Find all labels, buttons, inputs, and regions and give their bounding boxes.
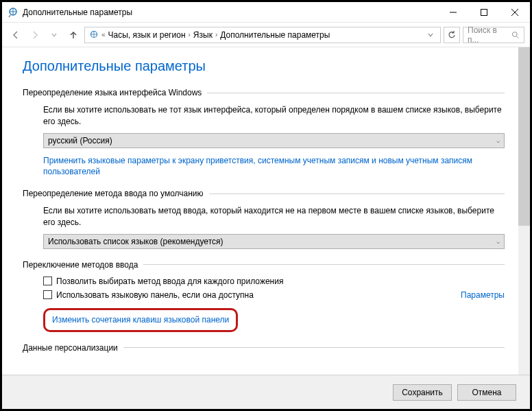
section-input-method: Переопределение метода ввода по умолчани… bbox=[23, 189, 505, 249]
divider bbox=[207, 93, 505, 93]
chevron-down-icon: ⌵ bbox=[496, 238, 500, 245]
checkbox-language-bar[interactable]: Использовать языковую панель, если она д… bbox=[43, 290, 254, 300]
window-title: Дополнительные параметры bbox=[23, 8, 437, 17]
divider bbox=[123, 347, 505, 348]
parameters-link[interactable]: Параметры bbox=[461, 290, 505, 300]
change-hotkeys-link[interactable]: Изменить сочетания клавиш языковой панел… bbox=[52, 314, 229, 326]
section-title: Переопределение метода ввода по умолчани… bbox=[23, 189, 204, 198]
chevron-right-icon: › bbox=[189, 31, 191, 38]
page-title: Дополнительные параметры bbox=[23, 58, 505, 74]
checkbox-icon bbox=[43, 277, 52, 285]
scrollbar[interactable] bbox=[518, 47, 530, 375]
input-method-dropdown[interactable]: Использовать список языков (рекомендуетс… bbox=[43, 234, 505, 249]
section-input-switching: Переключение методов ввода Позволить выб… bbox=[23, 260, 505, 332]
svg-point-6 bbox=[513, 32, 518, 36]
highlighted-area: Изменить сочетания клавиш языковой панел… bbox=[43, 308, 238, 332]
scrollbar-thumb[interactable] bbox=[518, 47, 530, 226]
svg-line-7 bbox=[517, 36, 519, 38]
footer: Сохранить Отмена bbox=[2, 375, 530, 409]
close-button[interactable] bbox=[499, 2, 530, 22]
section-ui-language: Переопределение языка интерфейса Windows… bbox=[23, 88, 505, 178]
section-text: Если вы хотите использовать метод ввода,… bbox=[43, 205, 505, 228]
back-button[interactable] bbox=[8, 27, 24, 43]
search-input[interactable]: Поиск в п... bbox=[463, 27, 524, 43]
cancel-button[interactable]: Отмена bbox=[457, 384, 516, 401]
minimize-button[interactable] bbox=[437, 2, 468, 22]
breadcrumb-item[interactable]: Часы, язык и регион bbox=[108, 30, 186, 40]
search-placeholder: Поиск в п... bbox=[468, 25, 509, 45]
divider bbox=[143, 264, 505, 265]
chevron-right-icon: › bbox=[215, 31, 217, 38]
control-panel-icon bbox=[89, 30, 99, 40]
breadcrumb[interactable]: « Часы, язык и регион › Язык › Дополните… bbox=[84, 27, 441, 43]
breadcrumb-item[interactable]: Дополнительные параметры bbox=[220, 30, 330, 40]
section-title: Переключение методов ввода bbox=[23, 260, 138, 270]
checkbox-per-app[interactable]: Позволить выбирать метод ввода для каждо… bbox=[43, 277, 505, 286]
recent-dropdown[interactable] bbox=[46, 27, 62, 43]
refresh-button[interactable] bbox=[444, 27, 460, 43]
breadcrumb-dropdown[interactable] bbox=[425, 32, 436, 38]
app-icon bbox=[8, 7, 19, 18]
section-personalization: Данные персонализации bbox=[23, 343, 505, 353]
section-text: Если вы хотите использовать не тот язык … bbox=[43, 104, 505, 128]
language-dropdown[interactable]: русский (Россия) ⌵ bbox=[43, 133, 505, 148]
maximize-button[interactable] bbox=[468, 2, 499, 22]
navbar: « Часы, язык и регион › Язык › Дополните… bbox=[2, 23, 530, 47]
svg-rect-2 bbox=[481, 9, 487, 15]
forward-button[interactable] bbox=[27, 27, 43, 43]
content: Дополнительные параметры Переопределение… bbox=[2, 47, 518, 375]
dropdown-value: Использовать список языков (рекомендуетс… bbox=[48, 237, 223, 246]
chevron-left-icon: « bbox=[101, 31, 106, 38]
divider bbox=[209, 193, 505, 194]
chevron-down-icon: ⌵ bbox=[496, 137, 500, 144]
dropdown-value: русский (Россия) bbox=[48, 136, 112, 145]
checkbox-label: Позволить выбирать метод ввода для каждо… bbox=[56, 277, 283, 286]
up-button[interactable] bbox=[65, 27, 82, 43]
apply-settings-link[interactable]: Применить языковые параметры к экрану пр… bbox=[43, 155, 505, 178]
section-title: Данные персонализации bbox=[23, 343, 118, 353]
control-panel-window: Дополнительные параметры « Часы, язык и … bbox=[0, 0, 532, 411]
breadcrumb-item[interactable]: Язык bbox=[193, 30, 213, 40]
titlebar: Дополнительные параметры bbox=[2, 2, 530, 23]
checkbox-label: Использовать языковую панель, если она д… bbox=[56, 290, 254, 300]
window-controls bbox=[437, 2, 530, 22]
save-button[interactable]: Сохранить bbox=[393, 384, 452, 401]
search-icon bbox=[511, 31, 520, 39]
checkbox-icon bbox=[43, 290, 52, 299]
section-title: Переопределение языка интерфейса Windows bbox=[23, 88, 202, 97]
content-area: Дополнительные параметры Переопределение… bbox=[2, 47, 530, 375]
